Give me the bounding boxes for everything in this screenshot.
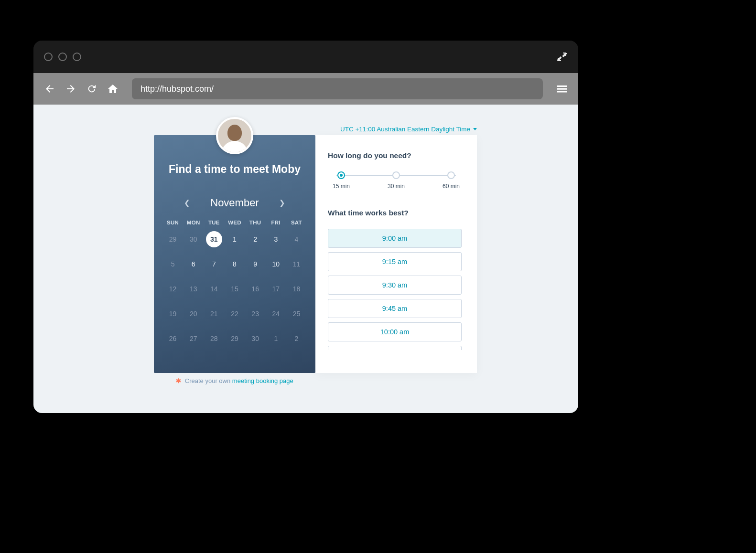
calendar-day[interactable]: 23 — [245, 306, 266, 322]
browser-window: http://hubspot.com/ UTC +11:00 Australia… — [33, 41, 578, 413]
calendar-grid: 2930311234567891011121314151617181920212… — [162, 231, 307, 350]
calendar-day[interactable]: 29 — [162, 231, 183, 247]
calendar-day[interactable]: 28 — [204, 330, 224, 347]
radio-icon — [337, 171, 345, 179]
calendar-week: 262728293012 — [162, 330, 307, 350]
chevron-down-icon — [473, 128, 477, 130]
slots-heading: What time works best? — [328, 209, 464, 217]
calendar-day[interactable]: 18 — [286, 281, 307, 297]
calendar-day[interactable]: 17 — [266, 281, 286, 297]
menu-icon[interactable] — [555, 82, 569, 96]
calendar-day[interactable]: 1 — [266, 330, 286, 347]
browser-toolbar: http://hubspot.com/ — [33, 73, 578, 105]
calendar-day[interactable]: 24 — [266, 306, 286, 322]
duration-option[interactable]: 15 min — [333, 171, 350, 190]
url-input[interactable]: http://hubspot.com/ — [132, 78, 543, 99]
slot-list[interactable]: 9:00 am9:15 am9:30 am9:45 am10:00 am10:1… — [328, 229, 464, 350]
forward-button[interactable] — [64, 82, 77, 96]
calendar-week: 567891011 — [162, 256, 307, 275]
calendar-day[interactable]: 22 — [224, 306, 245, 322]
time-panel: How long do you need? 15 min30 min60 min… — [315, 135, 477, 373]
calendar-day[interactable]: 10 — [266, 256, 286, 272]
calendar-day[interactable]: 12 — [162, 281, 183, 297]
calendar-day[interactable]: 21 — [204, 306, 224, 322]
calendar-week: 12131415161718 — [162, 281, 307, 300]
maximize-dot[interactable] — [73, 53, 81, 61]
calendar-day[interactable]: 20 — [183, 306, 204, 322]
footer-text: Create your own — [185, 377, 230, 384]
month-label: November — [210, 197, 259, 209]
radio-icon — [447, 171, 455, 179]
footer-link[interactable]: meeting booking page — [232, 377, 293, 384]
timezone-selector[interactable]: UTC +11:00 Australian Eastern Daylight T… — [340, 126, 477, 133]
close-dot[interactable] — [44, 53, 53, 61]
duration-label: 15 min — [333, 183, 350, 190]
next-month-button[interactable]: ❯ — [279, 199, 285, 207]
timezone-label: UTC +11:00 Australian Eastern Daylight T… — [340, 126, 470, 133]
calendar-day[interactable]: 30 — [245, 330, 266, 347]
duration-label: 30 min — [388, 183, 405, 190]
day-of-week-header: SUNMONTUEWEDTHUFRISAT — [162, 220, 307, 225]
calendar-day[interactable]: 1 — [224, 231, 245, 247]
calendar-day[interactable]: 8 — [224, 256, 245, 272]
calendar-day[interactable]: 3 — [266, 231, 286, 247]
radio-icon — [392, 171, 400, 179]
calendar-week: 2930311234 — [162, 231, 307, 250]
time-slot[interactable]: 10:00 am — [328, 322, 462, 341]
back-button[interactable] — [43, 82, 56, 96]
calendar-day[interactable]: 30 — [183, 231, 204, 247]
duration-option[interactable]: 60 min — [443, 171, 460, 190]
time-slot[interactable]: 10:15 am — [328, 346, 462, 350]
calendar-day[interactable]: 16 — [245, 281, 266, 297]
window-controls — [44, 53, 81, 61]
time-slot[interactable]: 9:00 am — [328, 229, 462, 248]
avatar — [216, 117, 253, 154]
calendar-day[interactable]: 19 — [162, 306, 183, 322]
calendar-day[interactable]: 4 — [286, 231, 307, 247]
prev-month-button[interactable]: ❮ — [184, 199, 190, 207]
page-viewport: UTC +11:00 Australian Eastern Daylight T… — [33, 105, 578, 413]
home-button[interactable] — [106, 82, 119, 96]
calendar-day[interactable]: 2 — [286, 330, 307, 347]
duration-option[interactable]: 30 min — [388, 171, 405, 190]
month-nav: ❮ November ❯ — [162, 197, 307, 209]
hubspot-logo-icon: ✱ — [176, 377, 181, 384]
fullscreen-icon[interactable] — [556, 51, 568, 63]
dow-label: WED — [224, 220, 245, 225]
dow-label: SAT — [286, 220, 307, 225]
calendar-panel: Find a time to meet Moby ❮ November ❯ SU… — [154, 135, 315, 373]
dow-label: TUE — [204, 220, 224, 225]
dow-label: THU — [245, 220, 266, 225]
dow-label: FRI — [266, 220, 286, 225]
time-slot[interactable]: 9:15 am — [328, 252, 462, 271]
window-titlebar — [33, 41, 578, 73]
duration-label: 60 min — [443, 183, 460, 190]
calendar-day[interactable]: 25 — [286, 306, 307, 322]
calendar-day[interactable]: 11 — [286, 256, 307, 272]
calendar-day[interactable]: 29 — [224, 330, 245, 347]
time-slot[interactable]: 9:30 am — [328, 276, 462, 295]
calendar-day[interactable]: 26 — [162, 330, 183, 347]
calendar-day[interactable]: 6 — [183, 256, 204, 272]
time-slot[interactable]: 9:45 am — [328, 299, 462, 318]
calendar-week: 19202122232425 — [162, 306, 307, 325]
reload-button[interactable] — [85, 82, 98, 96]
calendar-day[interactable]: 7 — [204, 256, 224, 272]
calendar-day[interactable]: 2 — [245, 231, 266, 247]
minimize-dot[interactable] — [58, 53, 67, 61]
url-text: http://hubspot.com/ — [140, 84, 214, 94]
calendar-day[interactable]: 9 — [245, 256, 266, 272]
calendar-day[interactable]: 5 — [162, 256, 183, 272]
calendar-day[interactable]: 14 — [204, 281, 224, 297]
calendar-day[interactable]: 27 — [183, 330, 204, 347]
calendar-day[interactable]: 31 — [206, 231, 222, 247]
calendar-title: Find a time to meet Moby — [162, 163, 307, 176]
dow-label: SUN — [162, 220, 183, 225]
dow-label: MON — [183, 220, 204, 225]
calendar-day[interactable]: 13 — [183, 281, 204, 297]
calendar-day[interactable]: 15 — [224, 281, 245, 297]
slot-scroll: 9:00 am9:15 am9:30 am9:45 am10:00 am10:1… — [328, 229, 464, 350]
duration-selector: 15 min30 min60 min — [333, 171, 460, 190]
booking-widget: UTC +11:00 Australian Eastern Daylight T… — [154, 135, 477, 373]
duration-heading: How long do you need? — [328, 151, 464, 160]
